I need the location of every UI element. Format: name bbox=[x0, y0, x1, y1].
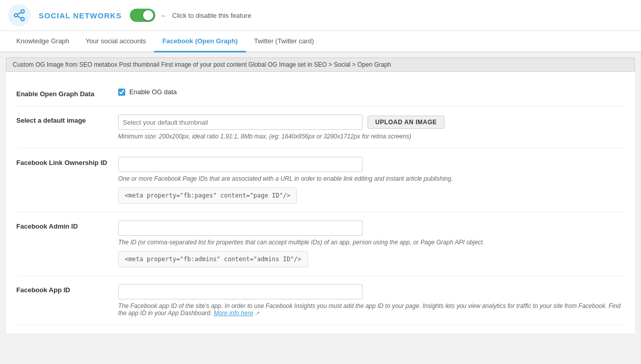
facebook-link-row: Facebook Link Ownership ID One or more F… bbox=[16, 149, 625, 212]
facebook-link-content: One or more Facebook Page IDs that are a… bbox=[118, 157, 625, 204]
facebook-link-code: <meta property="fb:pages" content="page … bbox=[118, 187, 297, 204]
facebook-link-hint: One or more Facebook Page IDs that are a… bbox=[118, 175, 625, 182]
header: SOCIAL NETWORKS ← Click to disable this … bbox=[0, 0, 641, 31]
svg-line-4 bbox=[17, 12, 21, 14]
default-image-input[interactable] bbox=[118, 115, 363, 130]
header-title: SOCIAL NETWORKS bbox=[39, 11, 122, 20]
facebook-app-input[interactable] bbox=[118, 284, 363, 299]
upload-image-button[interactable]: UPLOAD AN IMAGE bbox=[368, 116, 444, 129]
tab-twitter[interactable]: Twitter (Twitter card) bbox=[246, 31, 322, 52]
tab-knowledge-graph[interactable]: Knowledge Graph bbox=[8, 31, 77, 52]
facebook-admin-row: Facebook Admin ID The ID (or comma-separ… bbox=[16, 212, 625, 276]
social-networks-icon bbox=[8, 4, 31, 26]
facebook-link-input[interactable] bbox=[118, 157, 363, 172]
feature-toggle[interactable] bbox=[130, 9, 155, 22]
nav-tabs: Knowledge Graph Your social accounts Fac… bbox=[0, 31, 641, 52]
facebook-admin-hint: The ID (or comma-separated list for prop… bbox=[118, 239, 625, 246]
more-info-link[interactable]: More info here bbox=[214, 310, 253, 317]
external-link-icon: ↗ bbox=[255, 310, 259, 317]
toggle-knob bbox=[143, 10, 153, 20]
facebook-admin-input[interactable] bbox=[118, 220, 363, 236]
facebook-app-hint: The Facebook app ID of the site's app. I… bbox=[118, 302, 625, 317]
enable-og-label: Enable Open Graph Data bbox=[16, 88, 108, 98]
facebook-link-label: Facebook Link Ownership ID bbox=[16, 157, 108, 166]
enable-og-row: Enable Open Graph Data Enable OG data bbox=[16, 80, 625, 106]
arrow-icon: ← bbox=[160, 12, 167, 19]
facebook-app-content: The Facebook app ID of the site's app. I… bbox=[118, 284, 625, 317]
default-image-row: Select a default image UPLOAD AN IMAGE M… bbox=[16, 106, 625, 149]
tab-facebook-og[interactable]: Facebook (Open Graph) bbox=[154, 31, 246, 52]
og-image-banner: Custom OG Image from SEO metabox Post th… bbox=[6, 58, 635, 72]
main-content: Enable Open Graph Data Enable OG data Se… bbox=[6, 72, 635, 333]
disable-label: Click to disable this feature bbox=[172, 12, 251, 19]
enable-og-content: Enable OG data bbox=[118, 88, 625, 96]
default-image-label: Select a default image bbox=[16, 115, 108, 124]
facebook-admin-label: Facebook Admin ID bbox=[16, 220, 108, 230]
enable-og-checkbox[interactable] bbox=[118, 89, 125, 96]
enable-og-checkbox-label: Enable OG data bbox=[129, 88, 177, 96]
facebook-app-label: Facebook App ID bbox=[16, 284, 108, 294]
default-image-hint: Minimum size: 200x200px, ideal ratio 1.9… bbox=[118, 133, 625, 140]
default-image-content: UPLOAD AN IMAGE Minimum size: 200x200px,… bbox=[118, 115, 625, 140]
toggle-container: ← Click to disable this feature bbox=[130, 9, 251, 22]
facebook-app-row: Facebook App ID The Facebook app ID of t… bbox=[16, 276, 625, 325]
svg-line-3 bbox=[17, 16, 21, 18]
tab-social-accounts[interactable]: Your social accounts bbox=[77, 31, 154, 52]
facebook-admin-content: The ID (or comma-separated list for prop… bbox=[118, 220, 625, 267]
facebook-admin-code: <meta property="fb:admins" content="admi… bbox=[118, 251, 308, 267]
